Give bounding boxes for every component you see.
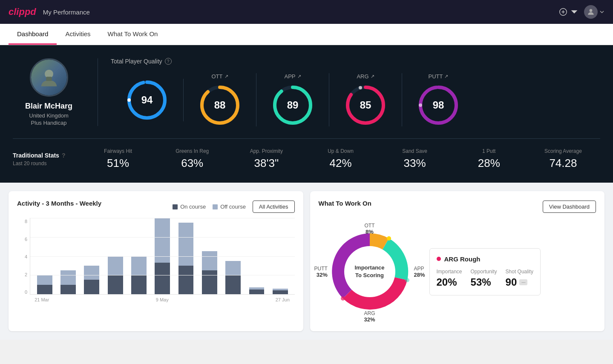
hero-section: Blair McHarg United Kingdom Plus Handica… — [0, 45, 613, 183]
arg-label: ARG ↗ — [357, 73, 374, 80]
trad-stat-scoring: Scoring Average 74.28 — [526, 148, 600, 170]
trad-stat-greens: Greens In Reg 63% — [155, 148, 229, 170]
plus-circle-icon — [558, 7, 568, 17]
activity-chart-title: Activity - 3 Months - Weekly — [17, 200, 101, 207]
trad-stat-updown: Up & Down 42% — [303, 148, 377, 170]
info-dot — [437, 257, 441, 261]
svg-point-3 — [590, 9, 593, 12]
header-left: clippd My Performance — [9, 6, 90, 17]
putt-score-value: 98 — [433, 99, 444, 111]
svg-point-19 — [419, 103, 422, 107]
header: clippd My Performance — [0, 0, 613, 24]
wtwo-content: Importance To Scoring OTT 8% APP 28% ARG… — [319, 221, 596, 323]
svg-point-16 — [359, 86, 362, 89]
app-arrow: ↗ — [297, 74, 301, 79]
hero-top: Blair McHarg United Kingdom Plus Handica… — [13, 58, 600, 126]
info-card-title: ARG Rough — [437, 255, 533, 263]
bottom-panels: Activity - 3 Months - Weekly On course O… — [0, 183, 613, 340]
chart-header: Activity - 3 Months - Weekly On course O… — [17, 200, 295, 214]
arg-arrow: ↗ — [371, 74, 374, 79]
player-card: Blair McHarg United Kingdom Plus Handica… — [13, 58, 98, 126]
ott-circle: 88 — [199, 84, 241, 126]
quality-label: Total Player Quality ? — [111, 58, 600, 65]
wtwo-header: What To Work On View Dashboard — [319, 200, 596, 214]
trad-stats-subtitle: Last 20 rounds — [13, 161, 81, 166]
info-metric-importance: Importance 20% — [437, 269, 462, 288]
main-score-circle: 94 — [126, 79, 168, 121]
add-button[interactable] — [558, 7, 579, 17]
svg-rect-5 — [46, 77, 52, 81]
x-labels: 21 Mar 9 May 27 Jun — [30, 297, 295, 302]
header-title: My Performance — [43, 9, 90, 16]
chevron-down-icon — [599, 9, 604, 14]
on-course-dot — [173, 204, 178, 209]
svg-point-13 — [273, 103, 276, 107]
player-handicap: Plus Handicap — [31, 120, 67, 126]
player-name: Blair McHarg — [25, 102, 72, 111]
quality-scores: 94 OTT ↗ 88 — [111, 73, 600, 126]
app-circle: 89 — [271, 84, 314, 126]
donut-center-line2: To Scoring — [354, 272, 384, 279]
legend-on-course: On course — [173, 203, 206, 210]
bar-chart: 8 6 4 2 0 — [17, 218, 295, 312]
putt-arrow: ↗ — [444, 74, 448, 79]
main-score-value: 94 — [141, 94, 153, 106]
quality-help-icon[interactable]: ? — [165, 58, 172, 65]
tab-dashboard[interactable]: Dashboard — [9, 24, 57, 45]
svg-point-22 — [405, 278, 409, 282]
off-course-dot — [213, 204, 218, 209]
arg-circle: 85 — [344, 84, 387, 126]
header-right — [558, 5, 604, 19]
app-score-value: 89 — [287, 99, 299, 111]
info-metrics: Importance 20% Opportunity 53% Shot Qual… — [437, 269, 533, 288]
avatar — [584, 5, 598, 19]
trad-help-icon[interactable]: ? — [62, 152, 66, 159]
player-avatar — [30, 58, 68, 97]
ott-label: OTT ↗ — [212, 73, 228, 80]
info-metric-opportunity: Opportunity 53% — [471, 269, 497, 288]
quality-section: Total Player Quality ? 94 — [98, 58, 600, 126]
trad-stat-sandsave: Sand Save 33% — [378, 148, 452, 170]
trad-stat-proximity: App. Proximity 38'3" — [229, 148, 303, 170]
user-avatar-button[interactable] — [584, 5, 604, 19]
donut-label-ott: OTT 8% — [365, 223, 375, 235]
trad-stats-label: Traditional Stats ? Last 20 rounds — [13, 152, 81, 166]
trad-stat-oneputt: 1 Putt 28% — [452, 148, 526, 170]
all-activities-button[interactable]: All Activities — [253, 201, 295, 213]
ott-arrow: ↗ — [224, 74, 228, 79]
view-dashboard-button[interactable]: View Dashboard — [543, 201, 596, 213]
donut-center-line1: Importance — [354, 264, 384, 272]
chart-legend: On course Off course — [173, 203, 246, 210]
what-to-work-on-panel: What To Work On View Dashboard — [310, 191, 605, 331]
putt-score-item: PUTT ↗ 98 — [402, 73, 475, 126]
putt-label: PUTT ↗ — [429, 73, 449, 80]
traditional-stats: Traditional Stats ? Last 20 rounds Fairw… — [13, 138, 600, 170]
nav-tabs: Dashboard Activities What To Work On — [0, 24, 613, 45]
trad-stat-fairways: Fairways Hit 51% — [81, 148, 155, 170]
svg-point-23 — [341, 296, 345, 301]
logo: clippd — [9, 6, 36, 17]
info-metric-shot-quality: Shot Quality 90 ··· — [506, 269, 533, 288]
ott-score-item: OTT ↗ 88 — [184, 73, 256, 126]
putt-circle: 98 — [417, 84, 460, 126]
info-card: ARG Rough Importance 20% Opportunity 53%… — [429, 248, 541, 295]
tab-what-to-work-on[interactable]: What To Work On — [99, 24, 167, 45]
activity-chart-panel: Activity - 3 Months - Weekly On course O… — [9, 191, 303, 331]
legend-off-course: Off course — [213, 203, 246, 210]
chevron-down-icon — [570, 7, 579, 17]
donut-label-app: APP 28% — [414, 266, 425, 278]
main-score-item: 94 — [111, 79, 184, 121]
donut-center: Importance To Scoring — [354, 264, 384, 279]
shot-quality-badge: ··· — [519, 279, 527, 285]
app-label: APP ↗ — [284, 73, 301, 80]
donut-label-putt: PUTT 32% — [314, 266, 328, 278]
wtwo-title: What To Work On — [319, 200, 371, 207]
svg-point-21 — [387, 236, 391, 241]
app-score-item: APP ↗ 89 — [256, 73, 329, 126]
player-country: United Kingdom — [29, 112, 69, 119]
ott-score-value: 88 — [214, 99, 226, 111]
donut-chart: Importance To Scoring OTT 8% APP 28% ARG… — [319, 221, 421, 323]
tab-activities[interactable]: Activities — [57, 24, 99, 45]
donut-label-arg: ARG 32% — [364, 310, 375, 323]
arg-score-value: 85 — [360, 99, 371, 111]
